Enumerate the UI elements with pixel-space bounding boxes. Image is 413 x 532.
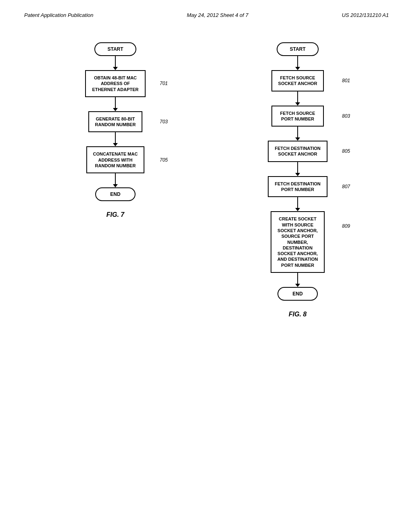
fig7-n701: OBTAIN 48-BIT MACADDRESS OFETHERNET ADAP… [85, 70, 145, 97]
fig8-diagram: START FETCH SOURCESOCKET ANCHOR 801 FETC… [241, 42, 354, 318]
fig7-n705-wrapper: CONCATENATE MACADDRESS WITHRANDOM NUMBER… [59, 146, 172, 173]
fig7-diagram: START OBTAIN 48-BIT MACADDRESS OFETHERNE… [59, 42, 172, 218]
fig8-n809: CREATE SOCKETWITH SOURCESOCKET ANCHOR,SO… [271, 211, 325, 273]
header-center: May 24, 2012 Sheet 4 of 7 [187, 12, 248, 18]
fig8-arrow1 [295, 56, 300, 70]
fig8-arrow2 [295, 91, 300, 106]
fig7-arrow1 [113, 56, 118, 70]
fig8-n803: FETCH SOURCEPORT NUMBER [271, 106, 324, 127]
header-right: US 2012/131210 A1 [342, 12, 389, 18]
fig8-start-wrapper: START [241, 42, 354, 56]
fig8-n805-wrapper: FETCH DESTINATIONSOCKET ANCHOR 805 [241, 141, 354, 162]
fig7-n701-wrapper: OBTAIN 48-BIT MACADDRESS OFETHERNET ADAP… [59, 70, 172, 97]
diagrams-container: START OBTAIN 48-BIT MACADDRESS OFETHERNE… [24, 42, 389, 318]
fig8-end-wrapper: END [241, 287, 354, 301]
page: Patent Application Publication May 24, 2… [0, 0, 413, 532]
fig8-start: START [277, 42, 318, 56]
fig8-label-805: 805 [342, 148, 350, 154]
fig7-arrow2 [113, 97, 118, 111]
fig7-start-wrapper: START [59, 42, 172, 56]
fig7-label: FIG. 7 [106, 211, 124, 218]
page-header: Patent Application Publication May 24, 2… [24, 12, 389, 18]
fig8-label: FIG. 8 [289, 311, 307, 318]
fig7-arrow3 [113, 132, 118, 146]
fig7-arrow4 [113, 173, 118, 187]
fig8-arrow5 [295, 197, 300, 211]
fig8-label-801: 801 [342, 78, 350, 83]
fig7-label-705: 705 [160, 157, 168, 163]
fig8-arrow3 [295, 127, 300, 141]
fig8-arrow4 [295, 162, 300, 176]
fig8-n805: FETCH DESTINATIONSOCKET ANCHOR [268, 141, 327, 162]
fig8-n807-wrapper: FETCH DESTINATIONPORT NUMBER 807 [241, 176, 354, 197]
fig7-n705: CONCATENATE MACADDRESS WITHRANDOM NUMBER [86, 146, 145, 173]
fig8-n801: FETCH SOURCESOCKET ANCHOR [271, 70, 324, 91]
fig7-end-wrapper: END [59, 187, 172, 201]
fig8-label-803: 803 [342, 113, 350, 119]
fig7-end: END [95, 187, 136, 201]
fig8-label-809: 809 [342, 223, 350, 229]
fig8-arrow6 [295, 273, 300, 287]
fig7-n703-wrapper: GENERATE 80-BITRANDOM NUMBER 703 [59, 111, 172, 133]
header-left: Patent Application Publication [24, 12, 94, 18]
fig8-n807: FETCH DESTINATIONPORT NUMBER [268, 176, 327, 197]
fig7-label-701: 701 [160, 81, 168, 86]
fig7-start: START [94, 42, 136, 56]
fig8-label-807: 807 [342, 184, 350, 189]
fig7-label-703: 703 [160, 119, 168, 125]
fig8-n803-wrapper: FETCH SOURCEPORT NUMBER 803 [241, 106, 354, 127]
fig8-n801-wrapper: FETCH SOURCESOCKET ANCHOR 801 [241, 70, 354, 91]
fig7-n703: GENERATE 80-BITRANDOM NUMBER [88, 111, 143, 133]
fig8-end: END [277, 287, 318, 301]
fig8-n809-wrapper: CREATE SOCKETWITH SOURCESOCKET ANCHOR,SO… [241, 211, 354, 273]
